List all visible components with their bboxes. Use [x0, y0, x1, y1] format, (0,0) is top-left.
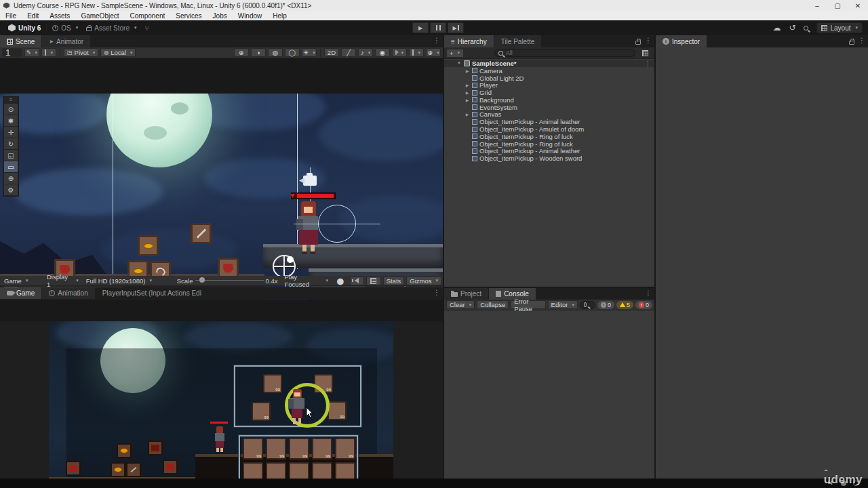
account-dropdown[interactable]: OS	[48, 22, 82, 33]
rotate-tool-icon[interactable]: ↻	[4, 138, 18, 149]
hierarchy-item-global-light[interactable]: Global Light 2D	[444, 75, 654, 82]
mute-audio-icon[interactable]	[350, 277, 365, 285]
game-target-dropdown[interactable]: Game	[1, 277, 42, 285]
grip-icon[interactable]: ≡	[9, 98, 13, 103]
stats-button[interactable]: Stats	[383, 277, 405, 285]
lock-icon[interactable]	[635, 41, 641, 45]
hierarchy-item-pickup[interactable]: Object_ItemPickup - Ring of luck	[444, 133, 654, 140]
kebab-menu-icon[interactable]: ⋮	[645, 289, 652, 297]
scene-viewport[interactable]: ♥	[0, 94, 443, 300]
menu-window[interactable]: Window	[233, 11, 268, 20]
custom-tool-icon[interactable]: ⚙	[4, 184, 18, 195]
brush-dropdown[interactable]: ✎	[24, 48, 39, 57]
clear-dropdown[interactable]: Clear	[446, 300, 475, 309]
tab-project[interactable]: Project	[444, 288, 488, 300]
hierarchy-item-pickup[interactable]: Object_ItemPickup - Ring of luck	[444, 140, 654, 148]
cloud-icon[interactable]: ☁	[772, 23, 781, 33]
transform-tool-icon[interactable]: ⊕	[4, 173, 18, 184]
expand-arrow-icon[interactable]: ▼	[456, 61, 462, 65]
expand-arrow-icon[interactable]: ▶	[465, 112, 470, 117]
draw-order-field[interactable]	[2, 48, 22, 57]
maximize-button[interactable]: ▢	[827, 0, 848, 11]
move-tool-icon[interactable]: ✛	[4, 127, 18, 138]
tab-animation[interactable]: Animation	[42, 287, 94, 299]
camera-gizmo-icon[interactable]	[299, 173, 319, 188]
camera-overlay-dropdown[interactable]	[392, 48, 407, 57]
tab-hierarchy[interactable]: ≡ Hierarchy	[444, 35, 494, 47]
scale-slider[interactable]	[195, 277, 264, 284]
tab-inspector[interactable]: i Inspector	[656, 35, 707, 47]
collapse-button[interactable]: Collapse	[477, 300, 509, 309]
rect-tool-icon[interactable]: ▭	[4, 161, 18, 172]
hierarchy-item-camera[interactable]: ▶Camera	[444, 67, 654, 75]
vsync-grid-icon[interactable]	[366, 277, 381, 285]
kebab-menu-icon[interactable]: ⋮	[433, 37, 440, 44]
menu-jobs[interactable]: Jobs	[208, 11, 233, 20]
console-search[interactable]	[580, 301, 595, 309]
frame-tool-icon[interactable]: ⊕	[234, 48, 249, 57]
shading-toggle-icon[interactable]: ◑	[251, 48, 266, 57]
gizmos-dropdown-icon[interactable]: ⊕	[426, 48, 441, 57]
step-button[interactable]: ▶	[448, 22, 464, 33]
hierarchy-item-pickup[interactable]: Object_ItemPickup - Animal leather	[444, 148, 654, 155]
slider-knob[interactable]	[199, 277, 205, 283]
hierarchy-scene-root[interactable]: ▼ SampleScene* ⋮	[444, 60, 654, 67]
tab-console[interactable]: Console	[489, 288, 536, 300]
editor-dropdown[interactable]: Editor	[548, 300, 578, 309]
menu-services[interactable]: Services	[170, 11, 207, 20]
inventory-slot[interactable]: 99	[243, 438, 263, 460]
kebab-menu-icon[interactable]: ⋮	[645, 60, 652, 67]
pause-button[interactable]	[430, 22, 446, 33]
picking-toggle-icon[interactable]	[637, 49, 652, 58]
grid-visual-dropdown[interactable]	[409, 48, 424, 57]
game-viewport[interactable]: 99 99 99 99	[0, 321, 443, 488]
create-dropdown[interactable]: +	[446, 49, 464, 58]
inventory-slot[interactable]: 99	[335, 438, 355, 460]
hierarchy-item-canvas[interactable]: ▶Canvas	[444, 111, 654, 119]
audio-toggle-icon[interactable]: ♪	[358, 48, 373, 57]
2d-toggle[interactable]: 2D	[324, 48, 339, 57]
visibility-toggle-icon[interactable]: ◉	[375, 48, 390, 57]
tab-scene[interactable]: Scene	[0, 35, 41, 47]
history-icon[interactable]: ↺	[789, 23, 795, 33]
menu-component[interactable]: Component	[125, 11, 171, 20]
equipment-slot[interactable]: 99	[252, 402, 271, 421]
equipment-slot[interactable]: 99	[263, 374, 282, 393]
search-icon[interactable]	[804, 26, 808, 30]
menu-file[interactable]: File	[0, 11, 22, 20]
expand-arrow-icon[interactable]: ▶	[465, 90, 470, 95]
tab-tile-palette[interactable]: Tile Palette	[494, 35, 542, 47]
grid-snap-dropdown[interactable]	[41, 48, 56, 57]
debug-icon[interactable]: ⬤	[333, 277, 347, 285]
expand-arrow-icon[interactable]: ▶	[465, 68, 470, 73]
lighting-toggle-icon[interactable]: ╱	[341, 48, 356, 57]
info-count-badge[interactable]: ! 0	[597, 301, 614, 309]
equipment-slot[interactable]: 99	[328, 401, 347, 420]
wireframe-toggle-icon[interactable]: ◍	[268, 48, 283, 57]
error-count-badge[interactable]: ! 0	[635, 301, 652, 309]
menu-assets[interactable]: Assets	[44, 11, 75, 20]
kebab-menu-icon[interactable]: ⋮	[433, 289, 440, 296]
hierarchy-item-grid[interactable]: ▶Grid	[444, 89, 654, 96]
console-log-area[interactable]	[444, 310, 654, 479]
inventory-slot[interactable]: 99	[266, 438, 286, 460]
hand-tool-icon[interactable]: ✱	[4, 115, 18, 126]
hierarchy-item-pickup[interactable]: Object_ItemPickup - Wooden sword	[444, 155, 654, 162]
kebab-menu-icon[interactable]: ⋮	[645, 37, 652, 44]
menu-help[interactable]: Help	[267, 11, 292, 20]
hierarchy-item-player[interactable]: ▶Player	[444, 81, 654, 89]
hierarchy-item-background[interactable]: ▶Background	[444, 96, 654, 104]
hierarchy-item-pickup[interactable]: Object_ItemPickup - Amulet of doom	[444, 125, 654, 133]
item-crate-ring[interactable]	[138, 235, 159, 256]
expand-arrow-icon[interactable]: ▶	[465, 83, 470, 87]
tab-animator[interactable]: ➤ Animator	[42, 35, 90, 47]
scale-tool-icon[interactable]: ◱	[4, 150, 18, 161]
kebab-menu-icon[interactable]: ⋮	[859, 37, 865, 44]
expand-arrow-icon[interactable]: ▶	[465, 98, 470, 102]
warning-count-badge[interactable]: 5	[616, 301, 633, 309]
close-button[interactable]: ✕	[848, 0, 868, 11]
gizmos-dropdown[interactable]: Gizmos	[406, 277, 441, 285]
inventory-slot[interactable]: 99	[312, 438, 332, 460]
play-mode-dropdown[interactable]: Play Focused	[282, 277, 332, 285]
asset-store-dropdown[interactable]: Asset Store	[82, 22, 140, 33]
